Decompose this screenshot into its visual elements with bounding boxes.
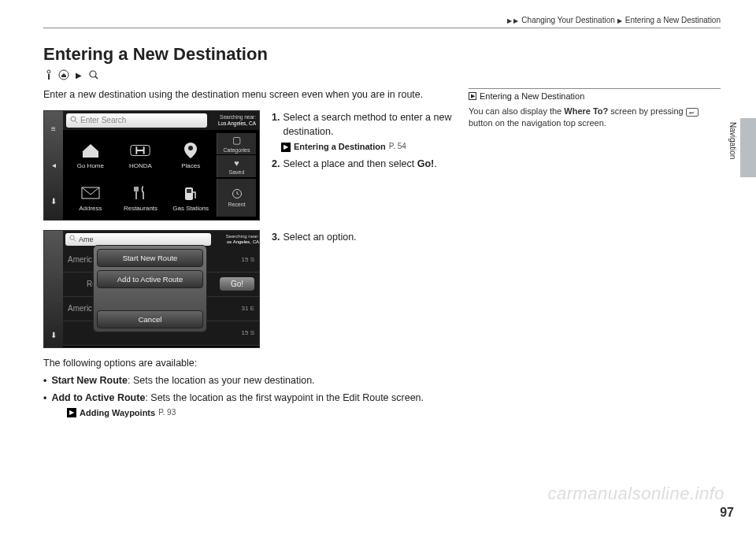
tile-recent[interactable]: Recent (217, 179, 256, 217)
option-2: Add to Active Route: Sets the location a… (51, 391, 424, 405)
pin-icon (180, 141, 202, 160)
play-icon: ▶ (617, 17, 624, 24)
searching-near-location: Los Angeles, CA (209, 121, 256, 126)
tile-gas[interactable]: Gas Stations (166, 179, 215, 217)
note-text: You can also display the Where To? scree… (469, 106, 721, 130)
step-2-text: Select a place and then select Go!. (283, 157, 436, 171)
envelope-icon (80, 184, 102, 202)
step-number: 3. (272, 230, 280, 244)
step-number: 2. (272, 157, 280, 171)
watermark: carmanualsonline.info (547, 484, 724, 504)
home-icon (58, 69, 69, 80)
info-icon (43, 69, 54, 80)
breadcrumb-2: Entering a New Destination (625, 16, 721, 24)
bullet-icon: • (43, 373, 46, 388)
search-placeholder: Enter Search (80, 116, 126, 124)
page-title: Entering a New Destination (43, 44, 721, 65)
tile-address[interactable]: Address (66, 179, 115, 217)
step-number: 1. (272, 110, 280, 139)
svg-line-14 (74, 239, 76, 241)
down-icon: ⬇ (50, 197, 57, 206)
svg-point-13 (70, 235, 74, 239)
svg-point-8 (188, 146, 193, 150)
svg-point-5 (71, 117, 76, 121)
svg-rect-11 (187, 189, 191, 193)
search-input[interactable]: Ame (65, 233, 211, 246)
tile-saved[interactable]: ♥ Saved (217, 155, 256, 177)
breadcrumb-1: Changing Your Destination (521, 16, 614, 24)
icon-row: ▶ (43, 69, 721, 80)
search-input[interactable]: Enter Search (66, 113, 207, 128)
play-icon: ▶ (513, 17, 518, 24)
play-icon: ▶ (73, 69, 84, 80)
step-1-reference: ▶ Entering a Destination P. 54 (281, 141, 453, 154)
nav-screenshot-search: ≡ ◂ ⬇ Enter Search (43, 110, 260, 221)
home-icon (80, 141, 102, 160)
honda-icon (129, 141, 151, 160)
search-icon (70, 116, 78, 125)
svg-point-0 (47, 70, 50, 73)
start-new-route-button[interactable]: Start New Route (97, 249, 203, 267)
search-icon (69, 235, 76, 243)
option-2-reference: ▶ Adding Waypoints P. 93 (67, 408, 453, 417)
page-number: 97 (720, 506, 734, 520)
clock-icon (232, 188, 243, 200)
options-intro: The following options are available: (43, 358, 453, 369)
categories-icon: ▢ (232, 135, 241, 146)
up-icon: ◂ (52, 161, 56, 169)
bullet-icon: • (43, 391, 46, 405)
svg-line-6 (76, 121, 78, 123)
breadcrumb: ▶▶ Changing Your Destination ▶ Entering … (43, 16, 721, 28)
section-label: Navigation (728, 122, 737, 159)
nav-screenshot-popup: ⬇ Ame Searching near: (43, 230, 260, 348)
add-to-active-route-button[interactable]: Add to Active Route (97, 270, 203, 288)
search-icon (88, 69, 99, 80)
section-tab (740, 118, 756, 177)
step-1-text: Select a search method to enter a new de… (283, 110, 453, 139)
tile-places[interactable]: Places (166, 133, 215, 178)
cancel-button[interactable]: Cancel (97, 310, 203, 328)
fork-knife-icon (129, 184, 151, 202)
down-icon: ⬇ (50, 331, 57, 339)
svg-rect-1 (48, 74, 50, 80)
reference-icon: ▶ (67, 408, 76, 417)
reference-icon: ▶ (281, 143, 291, 152)
svg-line-4 (95, 76, 98, 79)
option-1: Start New Route: Sets the location as yo… (51, 373, 314, 388)
note-title: Entering a New Destination (480, 91, 584, 101)
searching-near-label: Searching near: (209, 114, 256, 120)
tile-go-home[interactable]: Go Home (66, 133, 115, 178)
svg-point-3 (90, 71, 96, 77)
gas-icon (180, 184, 202, 202)
tile-honda[interactable]: HONDA (117, 133, 165, 178)
play-icon: ▶ (507, 17, 512, 24)
menu-icon: ≡ (51, 124, 56, 133)
tile-restaurants[interactable]: Restaurants (117, 179, 165, 217)
go-button[interactable]: Go! (220, 277, 254, 291)
step-3-text: Select an option. (283, 230, 356, 244)
note-icon: ▶ (469, 92, 476, 100)
intro-text: Enter a new destination using the destin… (43, 88, 453, 102)
tile-categories[interactable]: ▢ Categories (217, 133, 256, 155)
route-popup: Start New Route Add to Active Route Canc… (93, 245, 207, 332)
back-button-icon: ⮨ (686, 108, 699, 117)
heart-icon: ♥ (234, 158, 239, 168)
sidebar-note: ▶ Entering a New Destination You can als… (469, 88, 721, 130)
